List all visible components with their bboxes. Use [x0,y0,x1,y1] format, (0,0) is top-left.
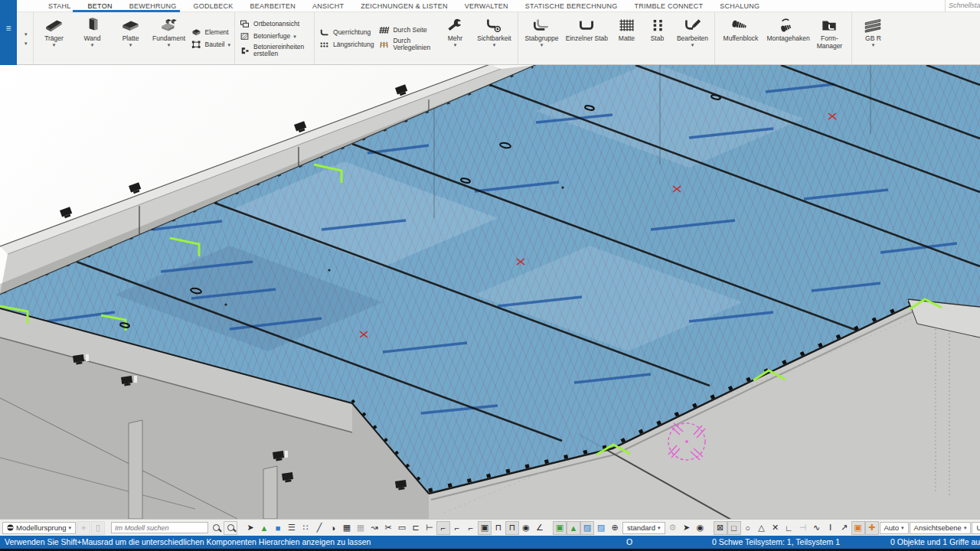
select-color-icon[interactable]: ■ [271,521,285,535]
stab-button[interactable]: Stab [642,13,671,64]
select-task-icon[interactable]: ◉ [519,521,533,535]
clipboard-button[interactable]: ▯ [91,521,105,535]
dropdown-caret-icon [91,43,94,47]
long-direction-icon [318,40,330,50]
select-points-icon[interactable]: ∷ [299,521,312,535]
montagehaken-button[interactable]: Montagehaken [764,13,808,64]
select-cut-icon[interactable]: ✂ [381,521,395,535]
select-view-icon[interactable]: ⊏ [409,521,423,535]
app-sidebar-strip: ≡ [0,0,17,65]
menu-tab-bearbeiten[interactable]: BEARBEITEN [241,0,304,12]
snap-reference-icon[interactable]: ⊠ [714,521,727,535]
model-search-input[interactable] [111,522,208,533]
stabgruppe-button[interactable]: Stabgruppe [520,13,563,64]
select-cursor-icon[interactable]: ➤ [243,521,257,535]
slab-icon [121,17,141,34]
select-assembly-icon[interactable]: ▣ [478,521,492,535]
ortbetonansicht-button[interactable]: Ortbetonansicht [239,19,310,29]
search-icon[interactable] [209,521,223,535]
select-cast-unit-icon[interactable]: ⊓ [492,521,505,535]
menu-tab-verwalten[interactable]: VERWALTEN [456,0,517,12]
louvre-icon [863,17,883,34]
menu-tab-zeichnungen-listen[interactable]: ZEICHNUNGEN & LISTEN [352,0,456,12]
snap-any-icon[interactable]: ↗ [838,521,851,535]
einzelner-stab-button[interactable]: Einzelner Stab [563,13,610,64]
snap-cross-icon[interactable]: ✕ [769,521,782,535]
pick-cursor-icon[interactable]: ➤ [680,521,694,535]
bauteil-label: Bauteil [205,41,225,48]
select-polyline-icon[interactable]: ↝ [368,521,381,535]
inquire-tool-button[interactable] [22,41,28,45]
snap-nearest-icon[interactable]: ∿ [810,521,824,535]
durch-seite-button[interactable]: Durch Seite [378,25,436,35]
outline-surfaces-dropdown[interactable]: Umrissflächen [972,522,980,534]
form-manager-button[interactable]: Form-Manager [808,13,850,64]
durch-verlegelinien-button[interactable]: Durch Verlegelinien [378,37,436,51]
cross-direction-icon [318,28,330,37]
select-line-icon[interactable]: ╱ [312,521,326,535]
select-parts-icon[interactable]: ▲ [257,521,271,535]
select-joint-icon[interactable]: ⌐ [464,521,478,535]
select-flag-icon[interactable]: ⊢ [423,521,436,535]
select-grid-lines-icon[interactable]: ☰ [285,521,299,535]
select-grid-plane-icon[interactable]: ▦ [354,521,368,535]
element-button[interactable]: Element [191,28,231,37]
bauteil-button[interactable]: Bauteil [191,40,231,50]
muffenblock-button[interactable]: Muffenblock [717,13,764,64]
menu-tab-trimble-connect[interactable]: TRIMBLE CONNECT [626,0,712,12]
snap-auto-dropdown[interactable]: Auto [880,522,909,534]
select-component-icon[interactable]: ⌐ [436,521,450,535]
betoniereinheiten-label: Betoniereinheiten erstellen [253,44,310,57]
visibility-eye-icon[interactable]: ◉ [694,521,707,535]
menu-tab-statische-berechnung[interactable]: STATISCHE BERECHNUNG [517,0,626,12]
laengsrichtung-button[interactable]: Längsrichtung [318,40,374,50]
phase-filter-icon[interactable]: ▨ [580,521,594,535]
snap-triangle-icon[interactable]: △ [755,521,769,535]
add-point-button[interactable]: ＋ [77,521,90,535]
betonierfuge-button[interactable]: Betonierfuge [239,31,310,41]
view-plane-dropdown[interactable]: Ansichtsebene [910,522,972,534]
matte-button[interactable]: Matte [610,13,642,64]
snap-circle-icon[interactable]: ○ [741,521,755,535]
viewport-3d[interactable] [0,65,980,519]
search-settings-icon[interactable] [224,521,237,535]
fundament-button[interactable]: Fundament [150,13,188,64]
select-angle-icon[interactable]: ∠ [533,521,547,535]
wand-button[interactable]: Wand [74,13,112,64]
gb-button[interactable]: GB R [854,13,892,64]
model-origin-dropdown[interactable]: Modellursprung [2,522,76,534]
render-components-icon[interactable]: ▲ [567,521,580,535]
platte-button[interactable]: Platte [112,13,150,64]
querrichtung-button[interactable]: Querrichtung [318,28,374,37]
bottom-toolbar: Modellursprung ＋▯ ➤▲■☰∷╱◑▦▦↝✂▭⊏⊢⌐⌐⌐▣⊓⊓◉∠… [0,519,980,536]
mehr-button[interactable]: Mehr [438,13,472,64]
select-surface-icon[interactable]: ◑ [326,521,340,535]
select-object-icon[interactable]: ⊓ [505,521,519,535]
select-tool-button[interactable] [22,32,28,36]
quick-launch-search[interactable]: Schnellsta [945,0,980,11]
snap-move-icon[interactable]: ✚ [865,521,879,535]
snap-extension-icon[interactable]: ⊣ [796,521,810,535]
snap-perpendicular-icon[interactable]: ∟ [782,521,796,535]
selection-filter-dropdown[interactable]: standard [622,522,665,534]
render-parts-icon[interactable]: ▣ [553,521,567,535]
zoom-selected-icon[interactable]: ⊕ [608,521,622,535]
select-grid-icon[interactable]: ▦ [340,521,354,535]
snap-geometry-icon[interactable]: □ [727,521,741,535]
snap-midpoint-icon[interactable]: Ⅰ [824,521,838,535]
settings-gear-icon[interactable]: ⚙ [666,521,680,535]
menu-tab-schalung[interactable]: SCHALUNG [711,0,768,12]
menu-tab-godlbeck[interactable]: GODLBECK [185,0,241,12]
montagehaken-label: Montagehaken [766,35,806,43]
select-area-icon[interactable]: ▭ [395,521,409,535]
sichtbarkeit-button[interactable]: Sichtbarkeit [472,13,516,64]
snap-ortho-icon[interactable]: ▣ [851,521,865,535]
betoniereinheiten-button[interactable]: Betoniereinheiten erstellen [239,44,310,57]
phase-filter-2-icon[interactable]: ▨ [594,521,608,535]
menu-tab-ansicht[interactable]: ANSICHT [304,0,352,12]
traeger-button[interactable]: Träger [35,13,74,64]
select-detail-icon[interactable]: ⌐ [450,521,464,535]
menu-hamburger-icon[interactable]: ≡ [0,23,17,34]
bearbeiten-button[interactable]: Bearbeiten [671,13,713,64]
by-layout-lines-icon [378,40,390,50]
